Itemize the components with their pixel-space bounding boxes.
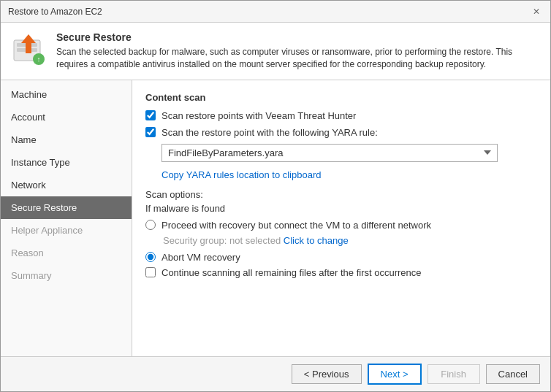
header-title: Secure Restore: [56, 31, 540, 43]
checkbox-yara-rule-label: Scan the restore point with the followin…: [162, 127, 378, 138]
header-text: Secure Restore Scan the selected backup …: [56, 31, 540, 71]
sidebar-item-network[interactable]: Network: [1, 174, 132, 196]
radio-proceed-label: Proceed with recovery but connect the VM…: [162, 220, 431, 231]
window-title: Restore to Amazon EC2: [8, 7, 102, 17]
checkbox-continue-scan-label: Continue scanning all remaining files af…: [162, 267, 422, 278]
yara-rule-dropdown[interactable]: FindFileByParameters.yara: [162, 144, 498, 162]
sidebar-item-helper-appliance: Helper Appliance: [1, 219, 132, 242]
next-button[interactable]: Next >: [368, 364, 422, 385]
cancel-button[interactable]: Cancel: [486, 364, 540, 384]
sidebar-item-account[interactable]: Account: [1, 106, 132, 128]
security-group-text: Security group: not selected: [163, 235, 281, 246]
radio-proceed-row: Proceed with recovery but connect the VM…: [145, 220, 537, 231]
checkbox-yara-rule-row: Scan the restore point with the followin…: [145, 127, 537, 138]
checkbox-yara-rule[interactable]: [145, 127, 156, 137]
checkbox-veeam-threat-hunter[interactable]: [145, 110, 156, 120]
previous-button[interactable]: < Previous: [292, 364, 362, 384]
scan-options-label: Scan options:: [145, 189, 537, 200]
sidebar-item-reason: Reason: [1, 242, 132, 264]
main-panel: Content scan Scan restore points with Ve…: [132, 80, 550, 356]
checkbox-veeam-threat-hunter-row: Scan restore points with Veeam Threat Hu…: [145, 110, 537, 121]
sidebar-item-secure-restore[interactable]: Secure Restore: [1, 196, 132, 219]
security-group-row: Security group: not selected Click to ch…: [163, 235, 537, 246]
yara-dropdown-row: FindFileByParameters.yara: [162, 144, 537, 162]
footer: < Previous Next > Finish Cancel: [1, 356, 550, 391]
title-bar: Restore to Amazon EC2 ✕: [1, 1, 550, 23]
main-window: Restore to Amazon EC2 ✕ ↑ Secure Restore…: [0, 0, 551, 392]
close-button[interactable]: ✕: [530, 5, 543, 18]
header-description: Scan the selected backup for malware, su…: [56, 46, 540, 71]
click-to-change-link[interactable]: Click to change: [284, 235, 349, 246]
header: ↑ Secure Restore Scan the selected backu…: [1, 23, 550, 80]
sidebar: Machine Account Name Instance Type Netwo…: [1, 80, 132, 356]
section-title: Content scan: [145, 92, 537, 103]
sidebar-item-instance-type[interactable]: Instance Type: [1, 151, 132, 174]
svg-text:↑: ↑: [37, 55, 41, 64]
sidebar-item-summary: Summary: [1, 264, 132, 287]
sidebar-item-name[interactable]: Name: [1, 128, 132, 151]
copy-yara-link[interactable]: Copy YARA rules location to clipboard: [162, 169, 321, 180]
restore-icon: ↑: [11, 31, 46, 66]
radio-abort-label: Abort VM recovery: [162, 252, 240, 263]
content-area: Machine Account Name Instance Type Netwo…: [1, 80, 550, 356]
radio-proceed[interactable]: [145, 220, 156, 230]
if-malware-label: If malware is found: [145, 203, 537, 214]
checkbox-veeam-threat-hunter-label: Scan restore points with Veeam Threat Hu…: [162, 110, 356, 121]
checkbox-continue-scan[interactable]: [145, 267, 156, 277]
sidebar-item-machine[interactable]: Machine: [1, 83, 132, 106]
radio-abort-row: Abort VM recovery: [145, 252, 537, 263]
finish-button: Finish: [428, 364, 480, 384]
checkbox-continue-scan-row: Continue scanning all remaining files af…: [145, 267, 537, 278]
radio-abort[interactable]: [145, 252, 156, 262]
